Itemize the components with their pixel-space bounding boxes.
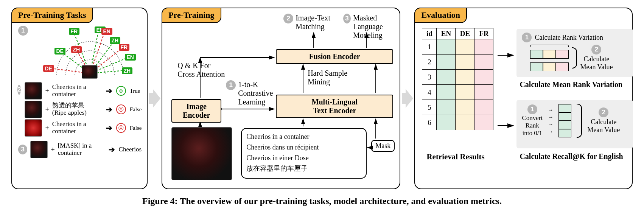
lang-tag-en-r: EN <box>101 28 112 35</box>
arrow-icon: ➔ <box>106 86 112 95</box>
step2-text: Calculate Mean Value <box>587 118 620 134</box>
lang-tag-zh-r: ZH <box>71 46 82 53</box>
lang-tag-fr-g: FR <box>69 28 80 35</box>
sample-zh: 放在容器里的车厘子 <box>246 164 361 174</box>
figure-caption: Figure 4: The overview of our pre-traini… <box>0 196 644 206</box>
arrow-icon: ➔ <box>106 123 112 132</box>
sample-de: Cheerios in einer Dose <box>246 153 361 164</box>
mask-box: Mask <box>371 140 395 152</box>
text-samples-box: Cheerios in a container Cheerios dans un… <box>241 128 367 179</box>
verdict: True <box>130 88 140 94</box>
task-number-1: 1 <box>18 26 28 36</box>
step1-number: 1 <box>527 104 537 114</box>
thumb-cherries <box>25 82 42 100</box>
task3-row: 3 + [MASK] in a container ➔ Cheerios <box>18 141 142 158</box>
step1-text: Calculate Rank Variation <box>535 34 603 42</box>
panel-pretraining: Pre-Training <box>162 8 400 189</box>
step1-number: 1 <box>522 33 532 42</box>
lang-tag-de-r: DE <box>43 65 54 72</box>
pair-row-2: + 熟透的苹果 (Ripe apples) ➔ ☹ False <box>25 101 142 118</box>
verdict: False <box>130 125 142 131</box>
pair-text: [MASK] in a container <box>58 142 105 156</box>
mlm-number: 3 <box>343 14 351 23</box>
lang-tag-fr-r: FR <box>119 44 130 51</box>
thumb-apples <box>25 119 42 137</box>
task1-row: 1 <box>18 26 142 79</box>
qk-label: Q & K For Cross Attention <box>177 61 225 79</box>
calc2-title: Calculate Recall@K for English <box>520 152 623 161</box>
pair-row-3: + Cheerios in a container ➔ ☹ False <box>25 119 142 137</box>
thumb-cherries <box>30 141 48 158</box>
task2-block: 2 + Cheerios in a container ➔ ☺ True + 熟… <box>17 81 142 138</box>
image-encoder-box: Image Encoder <box>171 99 221 123</box>
calc-box-mrv: 1 Calculate Rank Variation 2 Calculate M… <box>516 29 633 77</box>
happy-face-icon: ☺ <box>116 86 126 96</box>
itm-number: 2 <box>283 14 293 23</box>
mask-output: Cheerios <box>119 146 142 153</box>
pair-text: Cheerios in a container <box>52 84 102 98</box>
step2-number: 2 <box>599 107 608 117</box>
radial-diagram: FR EN DE ZH EN ZH DE ZH EN FR <box>34 26 142 79</box>
center-image <box>82 65 98 79</box>
task-number-2: 2 <box>17 85 21 95</box>
pair-text: Cheerios in a container <box>52 121 102 135</box>
verdict: False <box>130 106 142 113</box>
panel-title: Pre-Training <box>162 8 221 23</box>
panel-arrow-icon <box>149 89 160 108</box>
plus-icon: + <box>51 146 54 154</box>
sample-fr: Cheerios dans un récipient <box>246 142 361 153</box>
cl-number: 1 <box>226 80 236 90</box>
plus-icon: + <box>45 124 49 132</box>
thumb-cherries <box>25 101 42 118</box>
arrow-icon: ➔ <box>106 105 112 114</box>
lang-tag-zh-g2: ZH <box>122 67 133 74</box>
fusion-encoder-box: Fusion Encoder <box>276 49 393 64</box>
calc-box-recall: 1 Convert Rank into 0/1 →→→→ 2 Calculate… <box>516 100 633 148</box>
panel-title: Pre-Training Tasks <box>11 8 93 23</box>
hsm-label: Hard Sample Mining <box>308 69 347 86</box>
mlm-label: 3 Masked Language Modeling <box>343 14 400 40</box>
sample-en: Cheerios in a container <box>246 132 361 142</box>
lang-tag-en-g2: EN <box>125 54 136 61</box>
step2-text: Calculate Mean Value <box>580 55 613 71</box>
sad-face-icon: ☹ <box>116 123 126 133</box>
input-image <box>171 127 232 180</box>
cl-label: 1 1-to-K Contrastive Learning <box>226 80 273 106</box>
task-number-3: 3 <box>18 145 27 154</box>
plus-icon: + <box>45 87 49 95</box>
lang-tag-de-g: DE <box>54 48 65 54</box>
figure-row: Pre-Training Tasks 1 <box>0 0 644 189</box>
plus-icon: + <box>45 106 49 114</box>
panel-arrow-icon <box>402 89 413 108</box>
step2-number: 2 <box>591 45 601 54</box>
text-encoder-box: Multi-Lingual Text Encoder <box>276 95 393 118</box>
arrow-icon: ➔ <box>109 145 115 154</box>
itm-label: 2 Image-Text Matching <box>283 14 330 31</box>
lang-tag-zh-g: ZH <box>110 37 121 44</box>
calc1-title: Calculate Mean Rank Variation <box>520 80 622 89</box>
panel-pretraining-tasks: Pre-Training Tasks 1 <box>11 8 148 189</box>
panel-evaluation: Evaluation id EN DE FR 1 2 3 4 5 6 Retri… <box>414 8 633 189</box>
pair-row-1: + Cheerios in a container ➔ ☺ True <box>25 82 142 100</box>
sad-face-icon: ☹ <box>116 104 126 114</box>
pair-text: 熟透的苹果 (Ripe apples) <box>52 102 102 116</box>
step1-text: Convert Rank into 0/1 <box>522 114 543 137</box>
